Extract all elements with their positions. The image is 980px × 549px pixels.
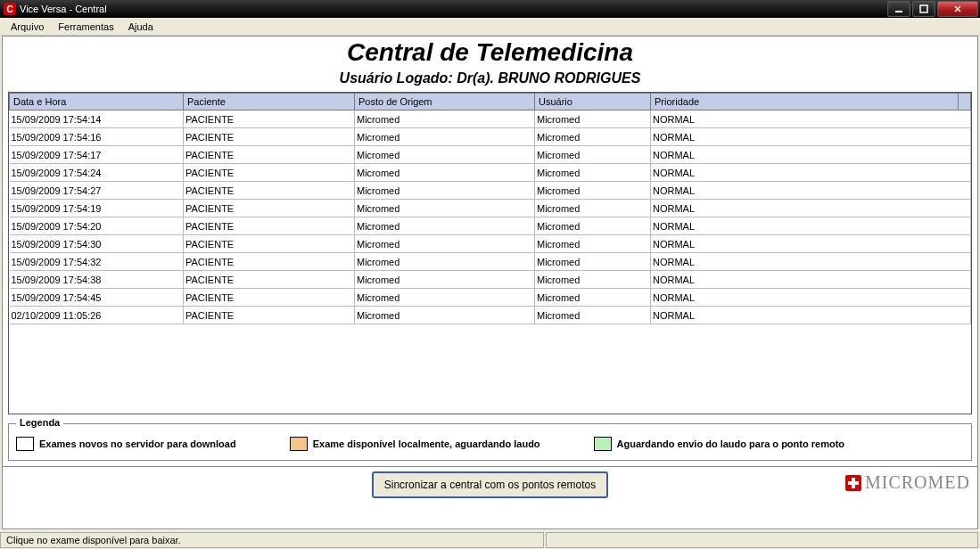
col-datetime[interactable]: Data e Hora [10,94,184,111]
cell: PACIENTE [184,182,355,200]
menu-ajuda[interactable]: Ajuda [121,20,161,34]
table-row[interactable]: 02/10/2009 11:05:26PACIENTEMicromedMicro… [10,307,971,324]
cell: PACIENTE [184,235,355,253]
cell: PACIENTE [184,146,355,164]
sync-button[interactable]: Sincronizar a central com os pontos remo… [372,471,608,498]
col-patient[interactable]: Paciente [184,94,355,111]
cell: NORMAL [651,111,971,128]
cell: Micromed [535,307,651,324]
table-row[interactable]: 15/09/2009 17:54:38PACIENTEMicromedMicro… [10,271,971,289]
cell: 15/09/2009 17:54:20 [10,217,184,235]
plus-icon [845,475,861,491]
cell: 15/09/2009 17:54:14 [10,111,184,128]
cell: Micromed [535,146,651,164]
table-row[interactable]: 15/09/2009 17:54:30PACIENTEMicromedMicro… [10,235,971,253]
app-icon: C [4,3,16,15]
cell: 15/09/2009 17:54:17 [10,146,184,164]
legend-title: Legenda [16,417,63,428]
legend-item-new: Exames novos no servidor para download [16,437,236,451]
cell: Micromed [535,271,651,289]
swatch-white [16,437,34,451]
cell: Micromed [355,289,535,307]
cell: 15/09/2009 17:54:19 [10,200,184,217]
cell: NORMAL [651,271,971,289]
grid-header-row: Data e Hora Paciente Posto de Origem Usu… [10,94,971,111]
cell: PACIENTE [184,111,355,128]
window-title: Vice Versa - Central [20,4,107,14]
table-row[interactable]: 15/09/2009 17:54:20PACIENTEMicromedMicro… [10,217,971,235]
cell: Micromed [535,111,651,128]
cell: PACIENTE [184,271,355,289]
cell: 15/09/2009 17:54:24 [10,164,184,182]
status-empty [546,532,978,548]
legend-item-sent: Aguardando envio do laudo para o ponto r… [594,437,844,451]
cell: PACIENTE [184,289,355,307]
bottom-toolbar: Sincronizar a central com os pontos remo… [3,466,977,502]
cell: 15/09/2009 17:54:45 [10,289,184,307]
table-row[interactable]: 15/09/2009 17:54:19PACIENTEMicromedMicro… [10,200,971,217]
table-row[interactable]: 15/09/2009 17:54:24PACIENTEMicromedMicro… [10,164,971,182]
menubar: Arquivo Ferramentas Ajuda [0,18,980,36]
cell: NORMAL [651,146,971,164]
menu-arquivo[interactable]: Arquivo [4,20,51,34]
minimize-button[interactable] [887,1,910,17]
cell: Micromed [355,271,535,289]
col-origin[interactable]: Posto de Origem [355,94,535,111]
cell: 15/09/2009 17:54:30 [10,235,184,253]
cell: PACIENTE [184,253,355,271]
cell: Micromed [355,307,535,324]
cell: 15/09/2009 17:54:32 [10,253,184,271]
maximize-button[interactable] [912,1,935,17]
cell: Micromed [355,111,535,128]
swatch-orange [290,437,308,451]
cell: Micromed [535,200,651,217]
table-row[interactable]: 15/09/2009 17:54:32PACIENTEMicromedMicro… [10,253,971,271]
col-user[interactable]: Usuário [535,94,651,111]
cell: Micromed [535,164,651,182]
col-priority[interactable]: Prioridade [651,94,959,111]
cell: Micromed [355,253,535,271]
table-row[interactable]: 15/09/2009 17:54:17PACIENTEMicromedMicro… [10,146,971,164]
menu-ferramentas[interactable]: Ferramentas [51,20,120,34]
close-button[interactable] [937,1,978,17]
scroll-gutter [959,94,971,111]
cell: 15/09/2009 17:54:16 [10,128,184,146]
cell: NORMAL [651,235,971,253]
cell: NORMAL [651,217,971,235]
cell: Micromed [535,235,651,253]
cell: PACIENTE [184,200,355,217]
cell: PACIENTE [184,164,355,182]
cell: 02/10/2009 11:05:26 [10,307,184,324]
content-area: Central de Telemedicina Usuário Logado: … [2,36,978,529]
svg-rect-1 [920,5,927,12]
table-row[interactable]: 15/09/2009 17:54:16PACIENTEMicromedMicro… [10,128,971,146]
cell: Micromed [535,253,651,271]
legend-item-local: Exame disponível localmente, aguardando … [290,437,540,451]
cell: PACIENTE [184,307,355,324]
cell: Micromed [355,164,535,182]
logged-user: Usuário Logado: Dr(a). BRUNO RODRIGUES [3,70,977,86]
table-row[interactable]: 15/09/2009 17:54:27PACIENTEMicromedMicro… [10,182,971,200]
cell: Micromed [355,128,535,146]
cell: NORMAL [651,289,971,307]
titlebar: C Vice Versa - Central [0,0,980,18]
table-row[interactable]: 15/09/2009 17:54:45PACIENTEMicromedMicro… [10,289,971,307]
legend: Legenda Exames novos no servidor para do… [8,423,972,461]
cell: Micromed [535,128,651,146]
cell: NORMAL [651,128,971,146]
cell: Micromed [355,146,535,164]
cell: Micromed [535,182,651,200]
cell: PACIENTE [184,128,355,146]
cell: NORMAL [651,200,971,217]
cell: NORMAL [651,253,971,271]
page-title: Central de Telemedicina [3,38,977,67]
brand-logo: MICROMED [845,472,970,493]
cell: NORMAL [651,164,971,182]
cell: 15/09/2009 17:54:27 [10,182,184,200]
table-row[interactable]: 15/09/2009 17:54:14PACIENTEMicromedMicro… [10,111,971,128]
cell: NORMAL [651,307,971,324]
status-text: Clique no exame disponível para baixar. [0,532,544,548]
swatch-green [594,437,612,451]
exam-grid[interactable]: Data e Hora Paciente Posto de Origem Usu… [8,92,972,414]
cell: Micromed [355,217,535,235]
